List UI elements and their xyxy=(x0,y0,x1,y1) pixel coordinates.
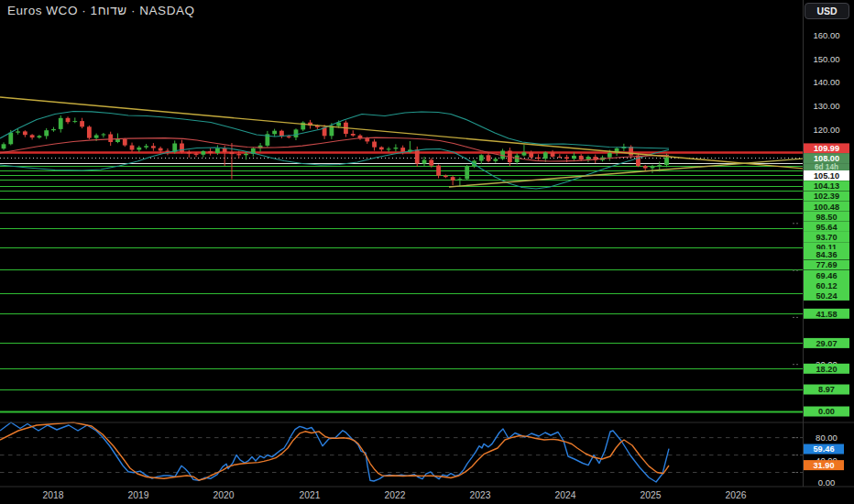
svg-text:2022: 2022 xyxy=(385,490,406,500)
svg-text:31.90: 31.90 xyxy=(814,461,835,470)
svg-text:59.46: 59.46 xyxy=(814,444,835,454)
svg-text:84.36: 84.36 xyxy=(816,250,838,259)
svg-text:140.00: 140.00 xyxy=(813,77,839,87)
svg-text:41.58: 41.58 xyxy=(816,310,838,319)
svg-text:2021: 2021 xyxy=(300,490,321,500)
svg-text:0.00: 0.00 xyxy=(818,407,835,416)
svg-text:60.12: 60.12 xyxy=(816,281,838,290)
svg-text:102.39: 102.39 xyxy=(814,192,839,201)
svg-text:77.69: 77.69 xyxy=(816,260,838,269)
svg-text:29.07: 29.07 xyxy=(816,339,838,348)
svg-text:130.00: 130.00 xyxy=(813,101,839,111)
svg-text:2025: 2025 xyxy=(640,490,662,500)
svg-text:2020: 2020 xyxy=(214,490,235,500)
svg-text:50.24: 50.24 xyxy=(816,291,838,301)
svg-text:0.00: 0.00 xyxy=(818,477,836,488)
svg-text:2023: 2023 xyxy=(470,490,491,500)
svg-text:100.48: 100.48 xyxy=(814,203,839,212)
svg-text:8.97: 8.97 xyxy=(818,385,835,394)
svg-text:120.00: 120.00 xyxy=(813,125,839,135)
svg-text:109.99: 109.99 xyxy=(814,144,839,153)
svg-text:18.20: 18.20 xyxy=(816,365,838,374)
svg-text:2024: 2024 xyxy=(555,490,576,500)
svg-text:104.13: 104.13 xyxy=(814,181,839,191)
svg-text:69.46: 69.46 xyxy=(816,271,838,280)
svg-text:2019: 2019 xyxy=(128,490,149,500)
svg-text:98.50: 98.50 xyxy=(816,213,838,222)
svg-text:93.70: 93.70 xyxy=(816,233,838,242)
svg-text:150.00: 150.00 xyxy=(813,54,839,64)
svg-text:80.00: 80.00 xyxy=(816,433,838,443)
svg-text:2026: 2026 xyxy=(726,490,747,500)
svg-text:105.10: 105.10 xyxy=(814,171,839,181)
svg-text:2018: 2018 xyxy=(43,490,64,500)
svg-text:95.64: 95.64 xyxy=(816,223,838,232)
svg-text:160.00: 160.00 xyxy=(813,30,839,40)
svg-text:108.00: 108.00 xyxy=(814,154,839,163)
